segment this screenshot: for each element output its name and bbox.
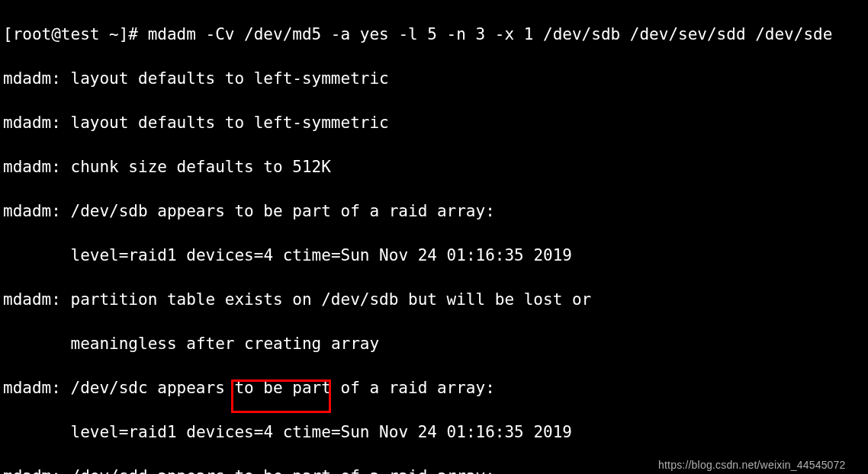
output-line: mdadm: /dev/sdc appears to be part of a … <box>3 377 865 399</box>
output-line: level=raid1 devices=4 ctime=Sun Nov 24 0… <box>3 245 865 267</box>
terminal[interactable]: [root@test ~]# mdadm -Cv /dev/md5 -a yes… <box>0 0 868 474</box>
output-line: mdadm: partition table exists on /dev/sd… <box>3 289 865 311</box>
output-line: meaningless after creating array <box>3 333 865 355</box>
output-line: mdadm: /dev/sdb appears to be part of a … <box>3 200 865 223</box>
watermark-text: https://blog.csdn.net/weixin_44545072 <box>658 454 846 474</box>
shell-prompt: [root@test ~]# <box>3 25 148 43</box>
command-text: mdadm -Cv /dev/md5 -a yes -l 5 -n 3 -x 1… <box>148 25 833 43</box>
output-line: mdadm: chunk size defaults to 512K <box>3 156 865 178</box>
output-line: level=raid1 devices=4 ctime=Sun Nov 24 0… <box>3 421 865 444</box>
output-line: mdadm: layout defaults to left-symmetric <box>3 112 865 134</box>
prompt-line: [root@test ~]# mdadm -Cv /dev/md5 -a yes… <box>3 24 865 46</box>
output-line: mdadm: layout defaults to left-symmetric <box>3 68 865 90</box>
